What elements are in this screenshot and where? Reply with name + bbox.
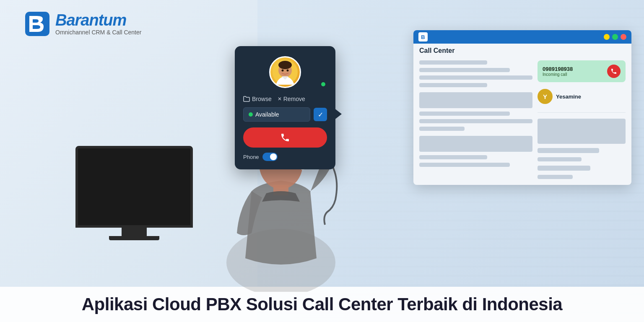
crm-left-panel (419, 60, 532, 179)
answer-phone-icon (610, 68, 617, 75)
crm-right-panel: 0989198938 Incoming call Y Yesamine (538, 60, 626, 179)
browse-button[interactable]: Browse (243, 96, 272, 102)
main-headline: Aplikasi Cloud PBX Solusi Call Center Te… (82, 294, 562, 314)
svg-point-14 (287, 70, 289, 72)
crm-window: B Call Center (413, 30, 631, 185)
x-icon: ✕ (278, 96, 282, 102)
svg-point-12 (278, 61, 292, 69)
skeleton-bar-6 (419, 119, 532, 123)
avatar-area (243, 56, 327, 88)
skeleton-block-1 (419, 92, 532, 108)
barantum-logo-icon (25, 12, 49, 36)
crm-right-skeleton-5 (538, 175, 573, 179)
monitor-base (109, 236, 159, 240)
status-input[interactable]: Available (243, 107, 310, 122)
crm-body: 0989198938 Incoming call Y Yesamine (413, 55, 631, 185)
profile-widget: Browse ✕ Remove Available ✓ Phone (235, 46, 335, 169)
maximize-button[interactable] (612, 34, 618, 40)
headline-section: Aplikasi Cloud PBX Solusi Call Center Te… (0, 287, 644, 322)
crm-section-title: Call Center (413, 44, 631, 55)
brand-name: Barantum (55, 12, 141, 28)
crm-titlebar: B (413, 30, 631, 44)
skeleton-bar-4 (419, 83, 487, 87)
logo-text-group: Barantum Omnichannel CRM & Call Center (55, 12, 141, 36)
crm-right-skeleton-2 (538, 148, 599, 153)
logo-area: Barantum Omnichannel CRM & Call Center (25, 12, 141, 36)
monitor-decoration (75, 146, 193, 240)
skeleton-bar-8 (419, 155, 487, 159)
skeleton-bar-7 (419, 127, 465, 131)
skeleton-bar-2 (419, 68, 510, 72)
skeleton-block-2 (419, 136, 532, 152)
call-status: Incoming call (543, 72, 603, 77)
toggle-thumb (270, 153, 277, 160)
widget-arrow (334, 108, 342, 120)
answer-call-button[interactable] (607, 65, 621, 78)
contact-row: Y Yesamine (538, 86, 626, 106)
contact-avatar: Y (538, 89, 553, 104)
monitor-stand (122, 228, 147, 236)
brand-tagline: Omnichannel CRM & Call Center (55, 29, 141, 36)
caller-number: 0989198938 (543, 66, 603, 72)
confirm-status-button[interactable]: ✓ (314, 108, 327, 121)
incoming-call-card: 0989198938 Incoming call (538, 60, 626, 82)
phone-label: Phone (243, 154, 259, 160)
browse-remove-row: Browse ✕ Remove (243, 96, 327, 102)
phone-icon (280, 132, 290, 143)
skeleton-bar-3 (419, 75, 532, 80)
remove-button[interactable]: ✕ Remove (278, 96, 305, 102)
skeleton-bar-9 (419, 163, 510, 167)
avatar-image (273, 60, 298, 85)
skeleton-bar-1 (419, 60, 487, 65)
crm-logo-small: B (418, 32, 428, 42)
crm-right-skeleton-1 (538, 119, 626, 144)
crm-right-skeleton-3 (538, 157, 582, 161)
check-icon: ✓ (318, 111, 323, 119)
minimize-button[interactable] (604, 34, 610, 40)
svg-point-13 (282, 70, 284, 72)
avatar-circle (269, 56, 301, 88)
phone-toggle-switch[interactable] (262, 153, 278, 161)
folder-icon (243, 96, 250, 102)
close-button[interactable] (621, 34, 626, 40)
crm-right-skeleton-4 (538, 166, 590, 171)
phone-toggle-row: Phone (243, 153, 327, 161)
status-dot (249, 112, 253, 117)
window-controls (604, 34, 626, 40)
status-row: Available ✓ (243, 107, 327, 122)
skeleton-bar-5 (419, 112, 510, 116)
online-indicator (320, 81, 326, 87)
contact-name: Yesamine (556, 93, 581, 100)
divider (538, 112, 626, 113)
call-button[interactable] (243, 127, 327, 148)
monitor-screen (75, 146, 193, 228)
